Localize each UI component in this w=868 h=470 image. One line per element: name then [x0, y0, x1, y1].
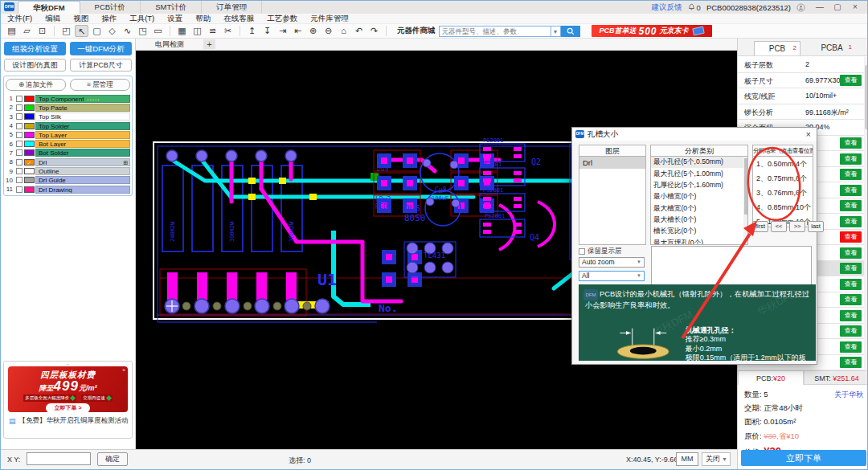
result-item-0[interactable]: 1、0.50mm,4个	[753, 157, 813, 171]
menu-item-0[interactable]: 文件(F)	[1, 14, 39, 24]
select-cursor-icon[interactable]: ↖	[75, 25, 88, 37]
layer-color-swatch[interactable]	[24, 177, 35, 183]
layer-checkbox[interactable]	[16, 123, 23, 129]
layer-row-top-layer[interactable]: 5Top Layer	[6, 130, 130, 139]
save-icon[interactable]: ▤	[5, 25, 18, 37]
menu-item-5[interactable]: 设置	[161, 14, 189, 24]
layer-color-swatch[interactable]	[24, 149, 35, 156]
view-button[interactable]: 查看	[840, 279, 862, 290]
category-item-1[interactable]: 最大孔径(5个,1.00mm)	[651, 168, 747, 179]
pad-left-icon[interactable]: ⇥	[276, 25, 289, 37]
layer-checkbox[interactable]	[16, 96, 23, 102]
view-button[interactable]: 查看	[840, 325, 862, 337]
parts-search-input[interactable]	[439, 26, 551, 37]
layer-row-bot-layer[interactable]: 6Bot Layer	[6, 139, 130, 148]
confirm-button[interactable]: 确定	[97, 452, 128, 466]
menu-item-7[interactable]: 在线客服	[217, 14, 260, 24]
news-item[interactable]: ▤ 【免费】华秋开启孔铜厚度检测活动	[4, 412, 132, 426]
category-item-3[interactable]: 最小槽宽(0个)	[651, 191, 747, 202]
category-item-6[interactable]: 槽长宽比(0个)	[651, 226, 747, 237]
search-button[interactable]	[561, 26, 580, 37]
place-order-button[interactable]: 立即下单	[741, 450, 866, 466]
ad-order-button[interactable]: 立即下单 >	[46, 403, 89, 412]
view-button[interactable]: 查看	[840, 169, 862, 180]
undo-icon[interactable]: ↶	[352, 25, 366, 37]
layer-row-top-paste[interactable]: 2Top Paste	[6, 103, 130, 112]
dialog-close-icon[interactable]: ×	[804, 129, 813, 139]
view-button[interactable]: 查看	[840, 341, 862, 353]
layer-checkbox[interactable]	[16, 113, 23, 120]
category-item-7[interactable]: 最大盲埋孔(0个)	[651, 238, 747, 245]
open-icon[interactable]: ▱	[20, 25, 34, 37]
route-icon[interactable]: ∿	[121, 25, 134, 37]
minimize-button[interactable]: —	[811, 1, 829, 14]
dialog-titlebar[interactable]: DFM 孔槽大小 ×	[572, 128, 817, 141]
view-button[interactable]: 查看	[840, 263, 862, 274]
category-scrollbar[interactable]	[743, 157, 747, 244]
price-tab-smt[interactable]: SMT: ¥251.64	[804, 370, 868, 385]
layer-color-swatch[interactable]: ✓	[24, 159, 35, 166]
layer-checkbox[interactable]	[16, 186, 23, 193]
canvas-tab-grid-check[interactable]: 电网检测	[136, 39, 192, 50]
about-link[interactable]: 关于华秋	[834, 390, 863, 400]
layer-checkbox[interactable]	[16, 159, 23, 166]
view-button[interactable]: 查看	[840, 231, 862, 243]
filter-select[interactable]: All▼	[579, 271, 645, 281]
zoom-select[interactable]: Auto zoom▼	[579, 257, 645, 268]
layer-row-top-silk[interactable]: 3Top Silk	[6, 112, 130, 121]
keep-layer-checkbox[interactable]: 保留显示层	[579, 247, 622, 256]
layer-color-swatch[interactable]	[24, 141, 35, 147]
result-item-2[interactable]: 3、0.76mm,6个	[753, 186, 813, 200]
right-scrollbar[interactable]	[864, 57, 868, 370]
marquee-select-icon[interactable]: ▢	[90, 25, 104, 37]
result-item-3[interactable]: 4、0.85mm,10个	[753, 201, 813, 215]
expand-grid-icon[interactable]: ⊞	[123, 159, 128, 166]
next-button[interactable]: >>	[789, 221, 805, 232]
zoom-in-icon[interactable]: ⊕	[306, 25, 320, 37]
layer-row-top-component[interactable]: 1Top Component▪▪▪▪▪	[6, 94, 130, 103]
category-item-2[interactable]: 孔厚径比(5个,1.60mm)	[651, 180, 747, 191]
layer-color-swatch[interactable]	[24, 132, 35, 138]
layer-checkbox[interactable]	[16, 104, 23, 111]
align-icon[interactable]: ◫	[190, 25, 204, 37]
compare-icon[interactable]: ≌	[206, 25, 219, 37]
panels-icon[interactable]: ◰	[59, 25, 73, 37]
xy-input[interactable]	[27, 452, 91, 465]
pad-right-icon[interactable]: ⇤	[291, 25, 305, 37]
append-file-button[interactable]: ⊕追加文件	[6, 79, 66, 91]
array-icon[interactable]: ▦	[175, 25, 189, 37]
layer-color-swatch[interactable]	[24, 168, 35, 174]
layer-checkbox[interactable]	[16, 132, 23, 138]
menu-item-9[interactable]: 元件库管理	[304, 14, 355, 24]
layer-color-swatch[interactable]	[24, 123, 35, 129]
design-sim-view-button[interactable]: 设计图/仿真图	[4, 59, 66, 72]
menu-item-4[interactable]: 工具(T)	[123, 14, 161, 24]
category-item-0[interactable]: 最小孔径(5个,0.50mm)	[651, 157, 747, 168]
layer-color-swatch[interactable]	[24, 113, 35, 120]
view-button[interactable]: 查看	[840, 216, 862, 227]
measure-icon[interactable]: ▭	[151, 25, 165, 37]
titlebar-tab-0[interactable]: 华秋DFM	[18, 1, 80, 14]
assembly-analysis-settings-button[interactable]: 组装分析设置	[4, 42, 66, 55]
result-item-1[interactable]: 2、0.75mm,6个	[753, 171, 813, 186]
export-icon[interactable]: ⊡	[35, 25, 49, 37]
ad-banner[interactable]: × 四层板板材费 降至499元/m² 多层板全面大幅度降价 交期再提速 立即下单…	[8, 366, 128, 412]
titlebar-tab-3[interactable]: 订单管理	[202, 1, 262, 14]
menu-item-1[interactable]: 编辑	[39, 14, 67, 24]
layer-color-swatch[interactable]	[24, 104, 35, 111]
layer-color-swatch[interactable]	[24, 96, 35, 102]
category-item-5[interactable]: 最大槽长(0个)	[651, 215, 747, 226]
close-mode-select[interactable]: 关闭▼	[702, 452, 731, 466]
dialog-layer-item[interactable]: Drl	[579, 157, 645, 169]
view-button[interactable]: 查看	[840, 294, 862, 305]
home-icon[interactable]: ⌂	[337, 25, 350, 37]
polygon-select-icon[interactable]: ◇	[105, 25, 119, 37]
zoom-out-icon[interactable]: ⊖	[321, 25, 335, 37]
layer-manager-button[interactable]: ≡层管理	[70, 79, 130, 91]
titlebar-tab-1[interactable]: PCB计价	[80, 1, 141, 14]
align-bottom-icon[interactable]: ↧	[260, 25, 274, 37]
last-button[interactable]: last	[808, 221, 824, 232]
layer-checkbox[interactable]	[16, 141, 23, 147]
first-button[interactable]: first	[752, 221, 768, 232]
tab-pcba[interactable]: PCBA1	[809, 41, 855, 55]
